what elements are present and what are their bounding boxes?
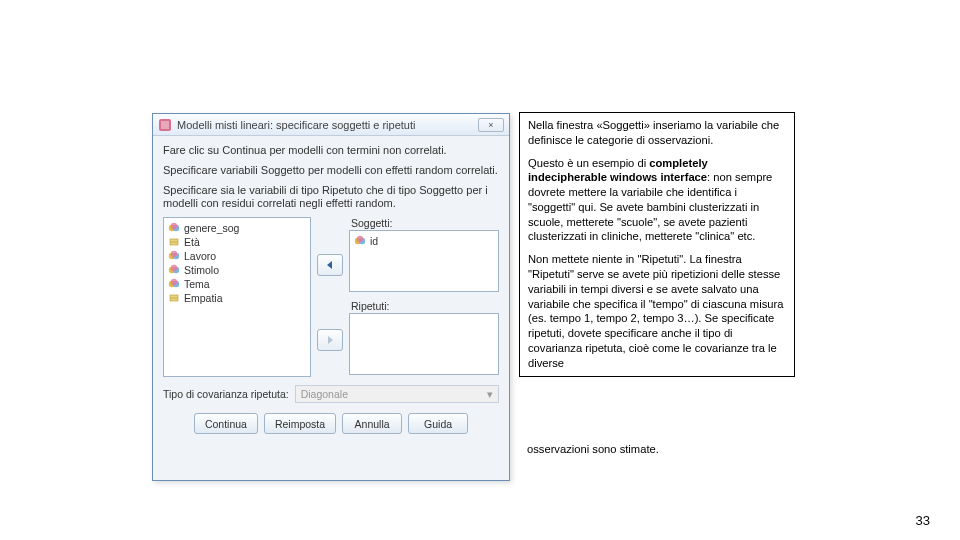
- list-item[interactable]: Empatia: [168, 291, 306, 305]
- covariance-combo[interactable]: Diagonale ▾: [295, 385, 499, 403]
- ripetuti-label: Ripetuti:: [351, 300, 499, 312]
- guida-button[interactable]: Guida: [408, 413, 468, 434]
- svg-point-20: [357, 236, 363, 242]
- annotation-box: Nella finestra «Soggetti» inseriamo la v…: [519, 112, 795, 377]
- list-item[interactable]: id: [354, 234, 494, 248]
- list-item[interactable]: Tema: [168, 277, 306, 291]
- hint-text-2: Specificare variabili Soggetto per model…: [163, 164, 499, 178]
- annotation-p3: Non mettete niente in "Ripetuti". La fin…: [528, 252, 786, 370]
- svg-point-15: [171, 279, 177, 285]
- dialog-body: Fare clic su Continua per modelli con te…: [153, 136, 509, 440]
- annotation-overflow: osservazioni sono stimate.: [519, 442, 795, 457]
- soggetti-label: Soggetti:: [351, 217, 499, 229]
- continua-button[interactable]: Continua: [194, 413, 258, 434]
- reimposta-button[interactable]: Reimposta: [264, 413, 336, 434]
- covariance-label: Tipo di covarianza ripetuta:: [163, 388, 289, 400]
- move-to-ripetuti-button[interactable]: [317, 329, 343, 351]
- list-item[interactable]: Lavoro: [168, 249, 306, 263]
- svg-rect-1: [161, 121, 169, 129]
- annotation-p2: Questo è un esempio di completely indeci…: [528, 156, 786, 245]
- move-to-soggetti-button[interactable]: [317, 254, 343, 276]
- chevron-down-icon: ▾: [487, 388, 493, 400]
- svg-point-9: [171, 251, 177, 257]
- app-icon: [158, 118, 172, 132]
- titlebar: Modelli misti lineari: specificare sogge…: [153, 114, 509, 136]
- svg-point-12: [171, 265, 177, 271]
- close-button[interactable]: ×: [478, 118, 504, 132]
- svg-point-4: [171, 223, 177, 229]
- spss-dialog: Modelli misti lineari: specificare sogge…: [152, 113, 510, 481]
- list-item[interactable]: Età: [168, 235, 306, 249]
- dialog-title: Modelli misti lineari: specificare sogge…: [177, 119, 478, 131]
- annotation-p1: Nella finestra «Soggetti» inseriamo la v…: [528, 118, 786, 148]
- variables-list[interactable]: genere_sog Età Lavoro Stimolo Tema Empat…: [163, 217, 311, 377]
- annulla-button[interactable]: Annulla: [342, 413, 402, 434]
- hint-text-3: Specificare sia le variabili di tipo Rip…: [163, 184, 499, 212]
- page-number: 33: [916, 513, 930, 528]
- soggetti-list[interactable]: id: [349, 230, 499, 292]
- hint-text-1: Fare clic su Continua per modelli con te…: [163, 144, 499, 158]
- list-item[interactable]: Stimolo: [168, 263, 306, 277]
- list-item[interactable]: genere_sog: [168, 221, 306, 235]
- ripetuti-list[interactable]: [349, 313, 499, 375]
